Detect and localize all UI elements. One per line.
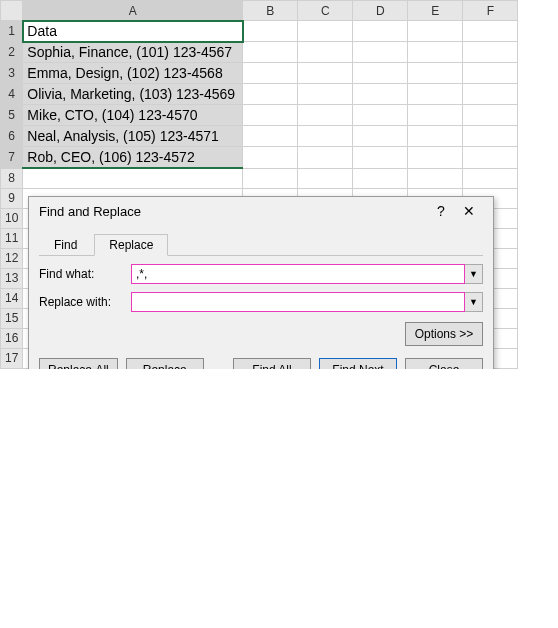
replace-with-label: Replace with: [39, 295, 127, 309]
col-header[interactable]: B [243, 1, 298, 21]
cell[interactable] [408, 168, 463, 188]
cell[interactable] [243, 21, 298, 42]
find-what-input[interactable] [131, 264, 465, 284]
cell[interactable] [353, 84, 408, 105]
cell[interactable] [243, 126, 298, 147]
cell[interactable]: Sophia, Finance, (101) 123-4567 [23, 42, 243, 63]
find-all-button[interactable]: Find All [233, 358, 311, 369]
row-header[interactable]: 11 [1, 228, 23, 248]
cell[interactable]: Olivia, Marketing, (103) 123-4569 [23, 84, 243, 105]
row-header[interactable]: 1 [1, 21, 23, 42]
close-button[interactable]: Close [405, 358, 483, 369]
find-what-label: Find what: [39, 267, 127, 281]
row-header[interactable]: 13 [1, 268, 23, 288]
find-what-dropdown[interactable]: ▼ [465, 264, 483, 284]
cell[interactable] [408, 126, 463, 147]
cell[interactable] [463, 63, 518, 84]
cell[interactable] [463, 105, 518, 126]
dialog-title: Find and Replace [39, 204, 141, 219]
col-header[interactable]: D [353, 1, 408, 21]
row-header[interactable]: 6 [1, 126, 23, 147]
cell[interactable] [463, 147, 518, 169]
cell[interactable] [353, 147, 408, 169]
cell[interactable] [408, 21, 463, 42]
corner-cell[interactable] [1, 1, 23, 21]
col-header[interactable]: A [23, 1, 243, 21]
row-header[interactable]: 9 [1, 188, 23, 208]
find-replace-dialog: Find and Replace ? ✕ Find Replace Find w… [28, 196, 494, 369]
col-header[interactable]: F [463, 1, 518, 21]
cell[interactable] [463, 21, 518, 42]
cell[interactable] [353, 126, 408, 147]
cell[interactable] [243, 84, 298, 105]
cell[interactable]: Data [23, 21, 243, 42]
row-header[interactable]: 8 [1, 168, 23, 188]
replace-all-button[interactable]: Replace All [39, 358, 118, 369]
cell[interactable] [243, 147, 298, 169]
cell[interactable] [243, 168, 298, 188]
cell[interactable] [353, 63, 408, 84]
cell[interactable] [23, 168, 243, 188]
cell[interactable] [298, 63, 353, 84]
row-header[interactable]: 14 [1, 288, 23, 308]
options-button[interactable]: Options >> [405, 322, 483, 346]
replace-with-dropdown[interactable]: ▼ [465, 292, 483, 312]
cell[interactable]: Rob, CEO, (106) 123-4572 [23, 147, 243, 169]
cell[interactable] [408, 105, 463, 126]
cell[interactable] [243, 63, 298, 84]
row-header[interactable]: 2 [1, 42, 23, 63]
cell[interactable]: Emma, Design, (102) 123-4568 [23, 63, 243, 84]
row-header[interactable]: 7 [1, 147, 23, 169]
tab-replace[interactable]: Replace [94, 234, 168, 256]
cell[interactable] [463, 84, 518, 105]
row-header[interactable]: 15 [1, 308, 23, 328]
cell[interactable] [243, 105, 298, 126]
replace-with-input[interactable] [131, 292, 465, 312]
cell[interactable] [353, 105, 408, 126]
close-icon[interactable]: ✕ [455, 203, 483, 219]
row-header[interactable]: 3 [1, 63, 23, 84]
cell[interactable] [298, 147, 353, 169]
row-header[interactable]: 12 [1, 248, 23, 268]
row-header[interactable]: 5 [1, 105, 23, 126]
cell[interactable] [463, 168, 518, 188]
cell[interactable]: Neal, Analysis, (105) 123-4571 [23, 126, 243, 147]
cell[interactable] [298, 42, 353, 63]
row-header[interactable]: 16 [1, 328, 23, 348]
cell[interactable] [298, 105, 353, 126]
row-header[interactable]: 4 [1, 84, 23, 105]
col-header[interactable]: E [408, 1, 463, 21]
row-header[interactable]: 10 [1, 208, 23, 228]
cell[interactable] [408, 84, 463, 105]
tabs: Find Replace [39, 233, 483, 256]
cell[interactable] [298, 126, 353, 147]
col-header[interactable]: C [298, 1, 353, 21]
cell[interactable] [298, 84, 353, 105]
cell[interactable] [353, 168, 408, 188]
find-next-button[interactable]: Find Next [319, 358, 397, 369]
cell[interactable] [463, 42, 518, 63]
cell[interactable] [353, 21, 408, 42]
cell[interactable] [353, 42, 408, 63]
cell[interactable] [408, 147, 463, 169]
tab-find[interactable]: Find [39, 234, 92, 256]
help-button[interactable]: ? [427, 203, 455, 219]
cell[interactable]: Mike, CTO, (104) 123-4570 [23, 105, 243, 126]
replace-button[interactable]: Replace [126, 358, 204, 369]
row-header[interactable]: 17 [1, 348, 23, 368]
cell[interactable] [298, 21, 353, 42]
cell[interactable] [298, 168, 353, 188]
cell[interactable] [463, 126, 518, 147]
cell[interactable] [408, 42, 463, 63]
cell[interactable] [243, 42, 298, 63]
cell[interactable] [408, 63, 463, 84]
